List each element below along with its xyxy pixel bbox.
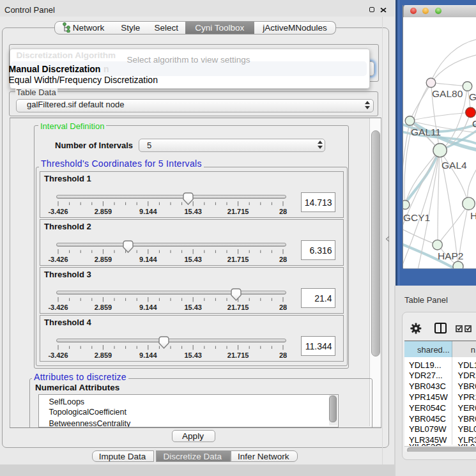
- svg-text:GAL11: GAL11: [411, 127, 441, 137]
- svg-text:GAL80: GAL80: [432, 88, 463, 99]
- svg-text:H: H: [470, 210, 476, 221]
- svg-text:GCY1: GCY1: [403, 212, 430, 223]
- svg-text:GAL4: GAL4: [441, 160, 467, 171]
- svg-text:HAP2: HAP2: [438, 250, 464, 261]
- svg-text:C: C: [472, 118, 476, 129]
- svg-text:GA: GA: [469, 91, 476, 102]
